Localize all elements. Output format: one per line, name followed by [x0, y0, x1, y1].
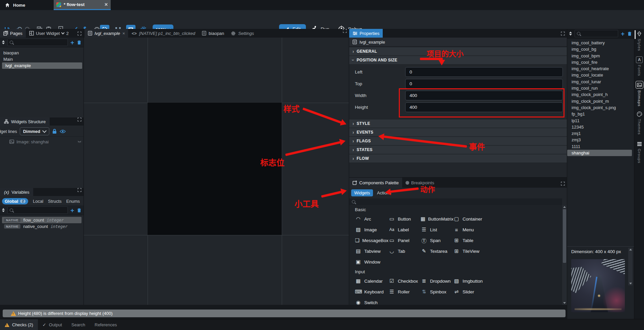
left-input[interactable]: 0 [405, 67, 563, 77]
palette-item-calendar[interactable]: ▦Calendar [355, 278, 388, 284]
palette-scroll-area[interactable]: Basic ◠Arc ▭Button ▦ButtonMatrix ▢Contai… [349, 205, 562, 305]
palette-item-list[interactable]: ☰List [421, 227, 453, 233]
palette-search-input[interactable] [349, 198, 562, 205]
top-input[interactable]: 0 [405, 79, 563, 89]
palette-item-checkbox[interactable]: ☑Checkbox [388, 278, 421, 284]
bitmap-item[interactable]: img_cool_lunar [567, 79, 634, 85]
add-bitmap-button[interactable]: + [621, 31, 625, 37]
pages-search-input[interactable] [7, 39, 68, 46]
bitmap-item[interactable]: img_clock_point_s.png [567, 104, 634, 111]
bitmap-item-selected[interactable]: shanghai [567, 150, 632, 156]
warning-banner[interactable]: Height (480) is different from display h… [3, 310, 566, 317]
widget-tree-item[interactable]: Image: shanghai [0, 138, 82, 145]
variables-search-input[interactable] [7, 206, 68, 214]
palette-item-textarea[interactable]: ✎Textarea [421, 248, 453, 254]
palette-item-buttonmatrix[interactable]: ▦ButtonMatrix [421, 216, 453, 222]
add-variable-button[interactable]: + [70, 207, 74, 214]
scroll-up-icon[interactable] [629, 249, 632, 250]
add-page-button[interactable]: + [70, 39, 74, 46]
eye-icon[interactable] [60, 129, 66, 134]
tab-structs[interactable]: Structs [48, 199, 61, 204]
palette-item-dropdown[interactable]: ≣Dropdown [421, 278, 453, 284]
list-item-selected[interactable]: lvgl_example [2, 62, 82, 69]
lock-icon[interactable] [52, 129, 57, 134]
editor-tab-biaopan[interactable]: biaopan [199, 29, 227, 38]
status-tab-references[interactable]: References [90, 319, 121, 330]
status-tab-search[interactable]: Search [67, 319, 90, 330]
bitmap-item[interactable]: zmj3 [567, 137, 634, 143]
bitmap-item[interactable]: img_cool_bg [567, 46, 634, 52]
bitmap-item[interactable]: fp_bg1 [567, 111, 634, 117]
palette-item-image[interactable]: ▨Image [355, 227, 388, 233]
sort-icon[interactable] [569, 32, 572, 36]
editor-tab-lvgl-example[interactable]: lvgl_example × [85, 29, 128, 38]
palette-item-button[interactable]: ▭Button [388, 216, 421, 222]
tab-variables[interactable]: (x) Variables [0, 188, 33, 196]
tab-widgets-structure[interactable]: Widgets Structure [0, 117, 50, 126]
expand-icon[interactable] [77, 32, 82, 36]
section-flow[interactable]: ›FLOW [349, 154, 567, 162]
expand-icon[interactable] [77, 188, 82, 192]
bitmap-item[interactable]: img_cool_locate [567, 72, 634, 78]
bitmap-item[interactable]: zmj1 [567, 130, 634, 137]
scroll-down-icon[interactable] [629, 283, 632, 284]
tab-local-variables[interactable]: Local [33, 199, 43, 204]
tab-components-palette[interactable]: Components Palette [349, 178, 402, 188]
palette-item-span[interactable]: ⓉSpan [421, 237, 453, 244]
home-tab[interactable]: Home [0, 0, 35, 10]
section-style[interactable]: ›STYLE [349, 120, 567, 128]
tab-properties[interactable]: Properties [349, 29, 383, 38]
delete-variable-button[interactable] [77, 208, 82, 213]
sort-icon[interactable] [2, 208, 5, 212]
variable-row[interactable]: NATIVE native_count integer [2, 223, 82, 230]
palette-item-table[interactable]: ⊞Table [453, 237, 562, 243]
bitmap-item[interactable]: img_cool_bpm [567, 53, 634, 59]
scroll-up-icon[interactable] [563, 206, 566, 208]
scroll-down-icon[interactable] [563, 302, 566, 304]
strip-tab-groups[interactable]: Groups [634, 141, 644, 163]
palette-item-arc[interactable]: ◠Arc [355, 216, 388, 222]
palette-item-spinbox[interactable]: ⇅Spinbox [421, 289, 453, 295]
editor-canvas[interactable]: lvgl_example × <> [NATIVE] p1_inc_btn_cl… [84, 29, 349, 305]
bitmap-item[interactable]: img_clock_point_h [567, 91, 634, 98]
scrollbar-thumb[interactable] [563, 209, 566, 263]
palette-item-tileview[interactable]: ⊞TileView [453, 248, 562, 254]
bitmap-item[interactable]: img_cool_heartrate [567, 65, 634, 72]
palette-item-keyboard[interactable]: ⌨Keyboard [355, 289, 388, 295]
sort-icon[interactable] [2, 40, 5, 44]
palette-item-container[interactable]: ▢Container [453, 216, 562, 222]
editor-tab-native-action[interactable]: <> [NATIVE] p1_inc_btn_clicked [128, 29, 199, 38]
delete-page-button[interactable] [77, 40, 82, 45]
close-icon[interactable]: ✕ [104, 2, 108, 7]
expand-icon[interactable] [77, 117, 82, 122]
expand-icon[interactable] [343, 29, 347, 33]
status-tab-output[interactable]: ✓ Output [38, 319, 67, 330]
tab-widgets[interactable]: Widgets [351, 189, 373, 196]
bitmap-item[interactable]: img_cool_fire [567, 59, 634, 65]
tab-global-variables[interactable]: Global 2 [2, 198, 28, 204]
tab-user-widgets[interactable]: User Widget 2 [26, 29, 72, 38]
widget-lines-dropdown[interactable]: Dimmed [20, 127, 49, 135]
palette-item-label[interactable]: AaLabel [388, 227, 421, 232]
list-item[interactable]: Main [0, 56, 84, 62]
palette-item-menu[interactable]: ≡Menu [453, 227, 562, 233]
palette-item-roller[interactable]: ☰Roller [388, 289, 421, 295]
palette-scrollbar[interactable] [562, 205, 567, 305]
palette-item-slider[interactable]: ⇌Slider [453, 289, 562, 295]
bitmap-item[interactable]: lp11 [567, 117, 634, 124]
tab-enums[interactable]: Enums [66, 199, 80, 204]
bitmap-item[interactable]: 1111 [567, 143, 634, 150]
editor-tab-settings[interactable]: Settings [227, 29, 257, 38]
list-item[interactable]: biaopan [0, 50, 84, 56]
preview-scrollbar[interactable] [628, 248, 633, 285]
palette-item-imgbutton[interactable]: ▧Imgbutton [453, 278, 562, 284]
variable-row-selected[interactable]: NATIVE flow_count integer [2, 217, 82, 223]
bitmaps-search-input[interactable] [575, 30, 618, 37]
bitmap-item[interactable]: 12345 [567, 124, 634, 130]
palette-item-messagebox[interactable]: ❏MessageBox [355, 237, 388, 243]
tab-pages[interactable]: Pages [0, 29, 26, 38]
project-tab[interactable]: * flow-test ✕ [54, 0, 111, 10]
section-states[interactable]: ›STATES [349, 146, 567, 154]
expand-icon[interactable] [561, 32, 565, 36]
status-tab-checks[interactable]: Checks (2) [0, 319, 38, 330]
